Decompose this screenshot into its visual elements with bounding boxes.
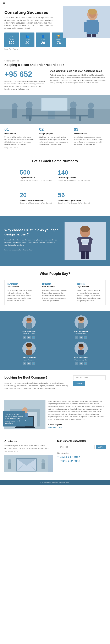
top-navigation: ☰	[0, 0, 110, 6]
ann-instagram-icon[interactable]: in	[80, 336, 83, 339]
jeffrey-role: Creative Leader	[23, 333, 35, 334]
footer-text: © 2022 All Rights Reserved. Powered by W…	[40, 482, 70, 484]
step-design-title: Design projects	[39, 132, 71, 135]
newsletter-form: Submit	[57, 444, 106, 449]
step-design-text: Ut wisi ad minim veniam, quis nostrud ex…	[39, 136, 71, 146]
testimonial-nick: DEVELOPER Nick Jhanson From our team mor…	[39, 280, 71, 305]
ann-twitter-icon[interactable]: 🐦	[84, 336, 87, 339]
info-blue-box-text: Here is to the first line to start our j…	[5, 414, 23, 424]
testimonial-stella-role: HAIRDRESSER	[7, 283, 33, 285]
stat-awards-label: Awards	[53, 38, 65, 40]
ann-name: Ann Richmond	[74, 330, 88, 332]
team-avatar-ann	[75, 316, 88, 329]
steps-section: 01 Development Ut wisi ad minim veniam, …	[0, 124, 110, 153]
newsletter-submit-button[interactable]: Submit	[96, 444, 106, 449]
jeffrey-instagram-icon[interactable]: in	[27, 336, 31, 339]
ann-facebook-icon[interactable]: f	[75, 336, 78, 339]
number-plans-value: 20	[20, 192, 52, 199]
svg-rect-60	[15, 427, 35, 428]
team-section: Jeffrey Wilson Creative Leader f in 🐦	[0, 311, 110, 370]
projects-icon: 🗂	[6, 35, 17, 38]
record-big-number: +95 652	[4, 70, 45, 78]
contacts-left: Contacts You're free to get in touch wit…	[4, 440, 53, 474]
number-specialists-label: Efficient Specialists	[58, 177, 90, 179]
jeffrey-name: Jeffrey Wilson	[22, 330, 35, 332]
testimonial-stella: HAIRDRESSER Stella Larson From our team …	[4, 280, 36, 305]
svg-point-47	[26, 343, 32, 347]
jeffrey-twitter-icon[interactable]: 🐦	[32, 336, 35, 339]
svg-rect-7	[92, 34, 96, 37]
number-plans-label: Successful Business Plans	[20, 199, 52, 202]
alex-twitter-icon[interactable]: 🐦	[84, 362, 87, 365]
svg-rect-38	[26, 323, 32, 329]
record-left: +95 652 Objectively innovate empowered m…	[4, 70, 45, 90]
alex-facebook-icon[interactable]: f	[75, 362, 78, 365]
record-section: Official About Us Keeping a clean and or…	[0, 56, 110, 95]
number-loyal-label: Loyal Customers	[20, 177, 52, 179]
jeffrey-facebook-icon[interactable]: f	[23, 336, 26, 339]
svg-rect-42	[78, 323, 84, 329]
svg-point-71	[41, 459, 45, 463]
numbers-grid: 500 Loyal Customers Sample text. Click t…	[18, 168, 92, 210]
svg-rect-18	[70, 108, 76, 118]
svg-rect-12	[12, 110, 17, 118]
phone-number-2: + 912 5 252 3336	[57, 460, 106, 463]
looking-right: Submit	[73, 376, 106, 386]
contacts-title: Contacts	[4, 440, 53, 443]
svg-rect-20	[88, 109, 94, 118]
record-left-desc: Objectively innovate empowered manufactu…	[4, 80, 45, 90]
record-content: +95 652 Objectively innovate empowered m…	[4, 70, 106, 90]
record-right-text: Podcasting operational change management…	[50, 74, 106, 84]
alex-name: Alex Greenfield	[74, 356, 88, 359]
looking-content: Looking for Best Company? Objectively in…	[4, 376, 106, 390]
jennie-instagram-icon[interactable]: in	[27, 362, 31, 365]
record-right-title: Stop Wasting Hours And Start Assigning T…	[50, 70, 106, 72]
contacts-right: Sign up for the newsletter Submit Phone …	[57, 440, 106, 474]
ux-person-image	[65, 222, 106, 260]
phone-label: Phone (Landline)	[57, 452, 106, 454]
testimonials-title: What People Say?	[4, 272, 106, 276]
svg-point-35	[80, 226, 90, 232]
info-image-box: Here is to the first line to start our j…	[4, 400, 45, 430]
number-business-plans: 20 Successful Business Plans Sample text…	[18, 190, 54, 210]
numbers-title: Let's Crack Some Numbers	[4, 159, 106, 163]
submit-button[interactable]: Submit	[73, 381, 85, 386]
svg-rect-23	[79, 116, 81, 121]
jeffrey-avatar-image	[22, 316, 36, 329]
number-investments-label: Investment Opportunities	[58, 199, 90, 202]
phone-numbers: Phone (Landline) + 912 3 617 8987 + 912 …	[57, 452, 106, 463]
number-investments-arrow[interactable]: →	[58, 205, 90, 208]
step-materials-num: 03	[74, 127, 106, 132]
svg-rect-33	[81, 251, 85, 259]
step-materials: 03 New materials Ut wisi ad minim veniam…	[74, 127, 106, 146]
jennie-facebook-icon[interactable]: f	[23, 362, 26, 365]
team-avatar-jennie	[22, 342, 36, 355]
hamburger-icon[interactable]: ☰	[3, 1, 5, 4]
email-input[interactable]	[73, 376, 106, 380]
consulting-image-credit: Image From Freepik	[4, 48, 106, 50]
newsletter-input[interactable]	[57, 444, 95, 449]
step-materials-title: New materials	[74, 132, 106, 135]
svg-rect-72	[41, 463, 45, 469]
call-us-number: +92 555 77 88	[48, 426, 106, 428]
number-loyal-value: 500	[20, 169, 52, 176]
team-member-ann: Ann Richmond Web Developer f in 🐦	[56, 316, 106, 339]
jeffrey-social-icons: f in 🐦	[23, 336, 35, 339]
info-text-column: Each note evokes different emotions for …	[48, 400, 106, 430]
email-form: Submit	[73, 376, 106, 386]
ann-avatar-image	[75, 316, 88, 329]
testimonial-nick-role: DEVELOPER	[42, 283, 68, 285]
stat-awards-value: 76	[53, 41, 65, 45]
number-investments-desc: Sample text. Click to select the Text El…	[58, 202, 90, 204]
alex-instagram-icon[interactable]: in	[80, 362, 83, 365]
number-loyal-arrow[interactable]: →	[20, 182, 52, 186]
testimonial-olga-text: From our team more and flexibility. In i…	[77, 289, 103, 302]
stat-projects-value: 100	[6, 40, 17, 45]
footer: © 2022 All Rights Reserved. Powered by W…	[0, 480, 110, 485]
ux-title: Why choose UX studio as your app design …	[4, 228, 62, 236]
svg-rect-21	[22, 115, 88, 116]
looking-left: Looking for Best Company? Objectively in…	[4, 376, 69, 390]
jennie-twitter-icon[interactable]: 🐦	[32, 362, 35, 365]
number-plans-arrow[interactable]: →	[20, 205, 52, 208]
testimonial-nick-name: Nick Jhanson	[42, 286, 68, 288]
